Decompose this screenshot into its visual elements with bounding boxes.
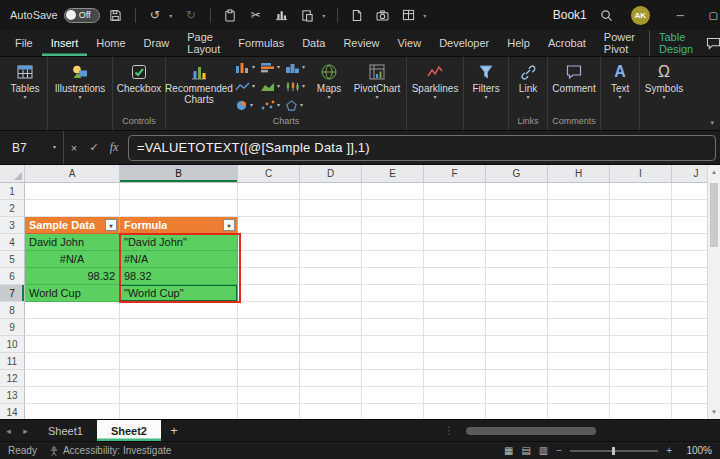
tab-table-design[interactable]: Table Design [649, 30, 702, 56]
cell-G10[interactable] [486, 336, 548, 353]
sparklines-button[interactable]: Sparklines ▾ [408, 57, 462, 115]
cell-D3[interactable] [300, 217, 362, 234]
cell-I10[interactable] [610, 336, 672, 353]
cell-B5[interactable]: #N/A [120, 251, 238, 268]
cell-B12[interactable] [120, 370, 238, 387]
cell-I8[interactable] [610, 302, 672, 319]
comments-icon[interactable] [702, 33, 720, 53]
undo-icon[interactable]: ↺ [145, 4, 165, 26]
tab-formulas[interactable]: Formulas [229, 30, 293, 56]
recommended-charts-button[interactable]: Recommended Charts [167, 57, 231, 115]
horizontal-scrollbar-thumb[interactable] [466, 427, 596, 435]
sheet-tab-sheet1[interactable]: Sheet1 [34, 420, 97, 441]
normal-view-icon[interactable]: ▦ [504, 445, 513, 456]
cell-I12[interactable] [610, 370, 672, 387]
cell-G13[interactable] [486, 387, 548, 404]
collapse-ribbon-chevron-icon[interactable]: ▾ [710, 119, 714, 127]
scatter-chart-button[interactable]: ▾ [259, 96, 281, 115]
histogram-chart-button[interactable]: ▾ [284, 58, 306, 77]
cell-E2[interactable] [362, 200, 424, 217]
cell-C14[interactable] [238, 404, 300, 419]
page-layout-view-icon[interactable]: ▤ [521, 445, 530, 456]
cell-B11[interactable] [120, 353, 238, 370]
row-header-13[interactable]: 13 [0, 387, 25, 404]
select-all-corner[interactable] [0, 165, 25, 182]
cell-F9[interactable] [424, 319, 486, 336]
cell-F5[interactable] [424, 251, 486, 268]
chart-icon[interactable] [272, 4, 292, 26]
column-header-H[interactable]: H [548, 165, 610, 182]
page-break-view-icon[interactable]: ▥ [539, 445, 548, 456]
row-header-3[interactable]: 3 [0, 217, 25, 234]
table-icon[interactable] [399, 4, 419, 26]
cell-C4[interactable] [238, 234, 300, 251]
cell-H2[interactable] [548, 200, 610, 217]
cell-E5[interactable] [362, 251, 424, 268]
column-header-G[interactable]: G [486, 165, 548, 182]
tab-view[interactable]: View [388, 30, 430, 56]
cell-A7[interactable]: World Cup [25, 285, 120, 302]
sheet-tab-sheet2[interactable]: Sheet2 [97, 420, 161, 441]
cell-I6[interactable] [610, 268, 672, 285]
column-chart-button[interactable]: ▾ [234, 58, 256, 77]
cell-B7[interactable]: "World Cup" [120, 285, 238, 302]
tab-page-layout[interactable]: Page Layout [178, 30, 229, 56]
cell-G6[interactable] [486, 268, 548, 285]
cell-D6[interactable] [300, 268, 362, 285]
cell-I9[interactable] [610, 319, 672, 336]
cancel-button[interactable]: × [64, 142, 84, 154]
cell-D1[interactable] [300, 183, 362, 200]
zoom-in-button[interactable]: + [666, 445, 672, 456]
camera-icon[interactable] [373, 4, 393, 26]
cell-F11[interactable] [424, 353, 486, 370]
cell-G3[interactable] [486, 217, 548, 234]
cell-C12[interactable] [238, 370, 300, 387]
filter-dropdown-icon[interactable]: ▾ [105, 219, 117, 231]
cell-A3[interactable]: Sample Data▾ [25, 217, 120, 234]
cell-H1[interactable] [548, 183, 610, 200]
cell-H13[interactable] [548, 387, 610, 404]
row-header-2[interactable]: 2 [0, 200, 25, 217]
row-header-14[interactable]: 14 [0, 404, 25, 419]
cell-A2[interactable] [25, 200, 120, 217]
cell-A4[interactable]: David John [25, 234, 120, 251]
line-chart-button[interactable]: ▾ [234, 77, 256, 96]
paste-icon[interactable] [298, 4, 318, 26]
cell-F3[interactable] [424, 217, 486, 234]
cell-B9[interactable] [120, 319, 238, 336]
cell-C5[interactable] [238, 251, 300, 268]
cell-F2[interactable] [424, 200, 486, 217]
sheet-nav-left-icon[interactable]: ◂ [0, 420, 17, 441]
cell-E6[interactable] [362, 268, 424, 285]
row-header-10[interactable]: 10 [0, 336, 25, 353]
tab-draw[interactable]: Draw [135, 30, 179, 56]
cell-I3[interactable] [610, 217, 672, 234]
cell-C8[interactable] [238, 302, 300, 319]
comment-button[interactable]: Comment [549, 57, 599, 115]
enter-button[interactable]: ✓ [84, 141, 104, 154]
cell-I1[interactable] [610, 183, 672, 200]
cell-A11[interactable] [25, 353, 120, 370]
cell-C9[interactable] [238, 319, 300, 336]
cell-F7[interactable] [424, 285, 486, 302]
column-header-E[interactable]: E [362, 165, 424, 182]
cell-G2[interactable] [486, 200, 548, 217]
cell-A10[interactable] [25, 336, 120, 353]
pivotchart-button[interactable]: PivotChart ▾ [349, 57, 405, 115]
row-header-7[interactable]: 7 [0, 285, 25, 302]
filter-dropdown-icon[interactable]: ▾ [223, 219, 235, 231]
scroll-up-icon[interactable]: ▴ [712, 165, 716, 179]
cell-E10[interactable] [362, 336, 424, 353]
tab-power-pivot[interactable]: Power Pivot [595, 30, 644, 56]
stock-chart-button[interactable]: ▾ [284, 77, 306, 96]
symbols-button[interactable]: Ω Symbols ▾ [641, 57, 687, 115]
row-header-8[interactable]: 8 [0, 302, 25, 319]
cell-C10[interactable] [238, 336, 300, 353]
cell-D14[interactable] [300, 404, 362, 419]
cell-D5[interactable] [300, 251, 362, 268]
zoom-slider-thumb[interactable] [612, 447, 615, 455]
zoom-out-button[interactable]: − [556, 445, 562, 456]
cell-G14[interactable] [486, 404, 548, 419]
cell-C6[interactable] [238, 268, 300, 285]
row-header-11[interactable]: 11 [0, 353, 25, 370]
